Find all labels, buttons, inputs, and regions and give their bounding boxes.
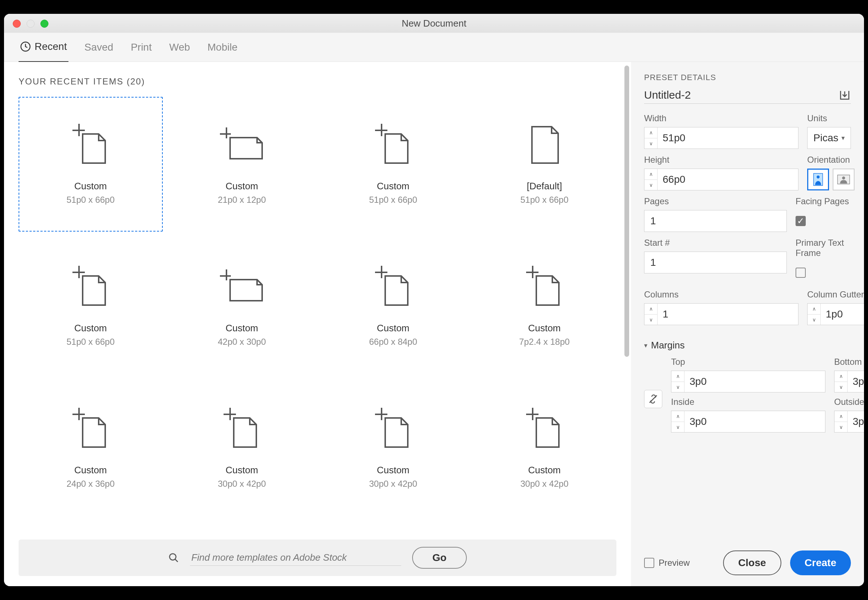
preset-card[interactable]: Custom30p0 x 42p0	[473, 381, 617, 515]
height-step-up[interactable]: ∧	[644, 169, 657, 180]
height-step-down[interactable]: ∨	[644, 180, 657, 190]
page-icon	[371, 266, 415, 309]
primary-text-frame-checkbox[interactable]	[795, 268, 806, 278]
preset-title: Custom	[528, 465, 561, 476]
height-input[interactable]: ∧∨	[644, 168, 798, 190]
pages-input[interactable]	[644, 210, 787, 232]
start-number-input[interactable]	[644, 252, 787, 273]
margins-disclosure[interactable]: ▾ Margins	[644, 340, 851, 351]
margin-inside-down[interactable]: ∨	[671, 422, 684, 433]
stock-search-input[interactable]	[190, 550, 401, 566]
page-icon	[523, 266, 566, 309]
columns-step-down[interactable]: ∨	[644, 315, 657, 325]
gutter-step-down[interactable]: ∨	[807, 315, 820, 325]
preset-card[interactable]: [Default]51p0 x 66p0	[473, 97, 617, 232]
preset-dimensions: 24p0 x 36p0	[67, 479, 115, 489]
gutter-step-up[interactable]: ∧	[807, 304, 820, 315]
preset-title: Custom	[226, 180, 258, 192]
preview-checkbox[interactable]	[644, 558, 654, 568]
preset-dimensions: 51p0 x 66p0	[520, 195, 568, 205]
create-button[interactable]: Create	[790, 550, 851, 575]
column-gutter-input[interactable]: ∧∨	[807, 303, 864, 325]
facing-pages-label: Facing Pages	[795, 196, 851, 206]
tab-print[interactable]: Print	[129, 41, 153, 62]
preset-details-header: PRESET DETAILS	[644, 73, 851, 82]
margin-top-label: Top	[671, 357, 826, 367]
margin-top-value[interactable]	[685, 371, 825, 392]
units-select[interactable]: Picas ▾	[807, 127, 851, 149]
columns-step-up[interactable]: ∧	[644, 304, 657, 315]
close-window-button[interactable]	[13, 20, 21, 28]
tab-saved[interactable]: Saved	[83, 41, 115, 62]
margin-inside-label: Inside	[671, 397, 826, 407]
width-label: Width	[644, 113, 798, 123]
preset-dimensions: 51p0 x 66p0	[67, 337, 115, 347]
svg-point-23	[169, 554, 176, 560]
margin-bottom-up[interactable]: ∧	[835, 371, 847, 382]
preset-card[interactable]: Custom7p2.4 x 18p0	[473, 239, 617, 374]
close-button[interactable]: Close	[723, 550, 781, 575]
width-input[interactable]: ∧∨	[644, 127, 798, 149]
new-document-window: New Document Recent Saved Print Web Mobi…	[4, 14, 864, 586]
margin-inside-value[interactable]	[685, 411, 825, 432]
presets-scroll[interactable]: YOUR RECENT ITEMS (20) Custom51p0 x 66p0…	[4, 62, 631, 532]
height-value[interactable]	[657, 169, 798, 190]
save-preset-icon[interactable]	[839, 89, 851, 101]
page-icon	[69, 266, 112, 309]
link-margins-button[interactable]	[644, 390, 662, 408]
margin-top-down[interactable]: ∨	[671, 382, 684, 392]
preset-card[interactable]: Custom51p0 x 66p0	[18, 239, 163, 374]
width-value[interactable]	[657, 127, 798, 148]
columns-label: Columns	[644, 289, 798, 300]
margin-bottom-input[interactable]: ∧∨	[834, 371, 864, 392]
preset-title: Custom	[226, 465, 258, 476]
width-step-down[interactable]: ∨	[644, 138, 657, 149]
orientation-portrait-button[interactable]	[807, 168, 829, 190]
pages-label: Pages	[644, 196, 787, 206]
primary-text-frame-label: Primary Text Frame	[795, 238, 851, 258]
facing-pages-checkbox[interactable]: ✓	[795, 216, 806, 226]
margins-group: Top ∧∨ Bottom ∧∨ Insi	[644, 357, 851, 441]
orientation-landscape-button[interactable]	[833, 168, 854, 190]
preset-card[interactable]: Custom30p0 x 42p0	[321, 381, 465, 515]
tab-web[interactable]: Web	[168, 41, 191, 62]
margin-outside-down[interactable]: ∨	[835, 422, 847, 433]
columns-value[interactable]	[657, 304, 798, 325]
preset-dimensions: 51p0 x 66p0	[67, 195, 115, 205]
preset-card[interactable]: Custom24p0 x 36p0	[18, 381, 163, 515]
margin-inside-input[interactable]: ∧∨	[671, 411, 826, 433]
portrait-icon	[813, 173, 824, 186]
minimize-window-button[interactable]	[27, 20, 35, 28]
tab-label: Saved	[85, 41, 113, 53]
width-step-up[interactable]: ∧	[644, 127, 657, 138]
preset-title: Custom	[74, 323, 107, 334]
scrollbar-thumb[interactable]	[624, 65, 629, 357]
preset-dimensions: 42p0 x 30p0	[218, 337, 266, 347]
margin-bottom-down[interactable]: ∨	[835, 382, 847, 392]
preset-card[interactable]: Custom42p0 x 30p0	[170, 239, 314, 374]
preset-title: Custom	[74, 465, 107, 476]
preset-card[interactable]: Custom66p0 x 84p0	[321, 239, 465, 374]
preset-title: Custom	[528, 323, 561, 334]
margin-top-up[interactable]: ∧	[671, 371, 684, 382]
gutter-value[interactable]	[821, 304, 864, 325]
chevron-down-icon: ▾	[841, 134, 845, 142]
tab-mobile[interactable]: Mobile	[206, 41, 239, 62]
preset-card[interactable]: Custom30p0 x 42p0	[170, 381, 314, 515]
margin-outside-value[interactable]	[848, 411, 864, 432]
preset-card[interactable]: Custom51p0 x 66p0	[18, 97, 163, 232]
columns-input[interactable]: ∧∨	[644, 303, 798, 325]
margin-outside-input[interactable]: ∧∨	[834, 411, 864, 433]
page-icon	[69, 124, 112, 167]
tab-recent[interactable]: Recent	[18, 41, 68, 63]
margin-outside-up[interactable]: ∧	[835, 411, 847, 422]
margin-inside-up[interactable]: ∧	[671, 411, 684, 422]
margin-bottom-value[interactable]	[848, 371, 864, 392]
stock-go-button[interactable]: Go	[412, 547, 467, 569]
preset-card[interactable]: Custom51p0 x 66p0	[321, 97, 465, 232]
document-name-input[interactable]	[644, 89, 809, 101]
margin-top-input[interactable]: ∧∨	[671, 371, 826, 392]
preset-title: Custom	[226, 323, 258, 334]
zoom-window-button[interactable]	[41, 20, 48, 28]
preset-card[interactable]: Custom21p0 x 12p0	[170, 97, 314, 232]
